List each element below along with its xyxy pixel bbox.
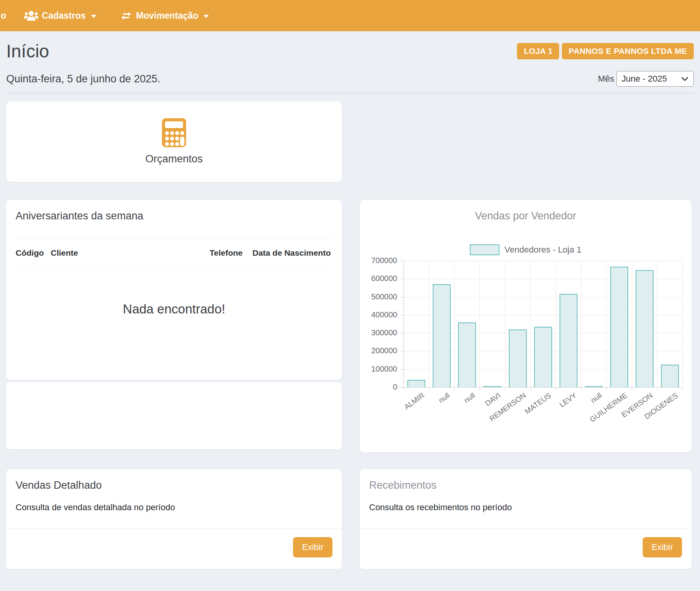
company-button[interactable]: PANNOS E PANNOS LTDA ME (562, 43, 694, 59)
month-select[interactable]: June - 2025 (616, 71, 694, 87)
column-header-cliente: Cliente (51, 238, 210, 264)
gridline-horizontal (403, 387, 682, 388)
current-date-text: Quinta-feira, 5 de junho de 2025. (6, 73, 160, 85)
x-axis-label: DAVI (455, 391, 502, 428)
nav-item-label: Movimentação (136, 11, 199, 21)
x-axis-tick (657, 387, 657, 390)
chart-title: Vendas por Vendedor (369, 210, 682, 222)
x-axis-tick (556, 387, 556, 390)
vendas-detalhado-description: Consulta de vendas detalhada no período (16, 502, 332, 513)
y-axis-tick (400, 369, 403, 370)
orcamentos-label: Orçamentos (145, 153, 203, 165)
y-axis-label: 400000 (362, 310, 397, 319)
y-axis-tick (400, 297, 403, 297)
chevron-down-icon (681, 77, 689, 81)
chart-bar (661, 365, 679, 387)
gridline-vertical (403, 261, 404, 387)
nav-item-movimentacao[interactable]: Movimentação (120, 11, 209, 21)
y-axis-label: 700000 (362, 256, 397, 265)
x-axis-label: null (557, 391, 604, 428)
vendas-detalhado-exibir-button[interactable]: Exibir (293, 537, 332, 557)
y-axis-tick (400, 279, 403, 279)
chart-bar (458, 322, 476, 387)
gridline-horizontal (403, 261, 682, 261)
column-header-codigo: Código (16, 238, 51, 264)
divider (360, 528, 691, 529)
y-axis-label: 300000 (362, 328, 397, 337)
gridline-vertical (606, 261, 607, 387)
x-axis-tick (480, 387, 480, 390)
calculator-icon (162, 118, 186, 147)
x-axis-label: ALMIR (379, 391, 426, 428)
x-axis-tick (403, 387, 404, 390)
x-axis-label: LEVY (531, 391, 578, 428)
x-axis-tick (429, 387, 429, 390)
chart-bar (509, 329, 527, 387)
recebimentos-title: Recebimentos (369, 479, 682, 491)
legend-swatch (470, 244, 499, 255)
birthdays-title: Aniversariantes da semana (16, 210, 332, 222)
y-axis-tick (400, 261, 403, 261)
divider (6, 528, 342, 529)
middle-row: Aniversariantes da semana Código Cliente… (6, 200, 694, 452)
birthdays-column: Aniversariantes da semana Código Cliente… (6, 200, 342, 449)
nav-item-cadastros[interactable]: Cadastros (24, 10, 96, 21)
chart-bar (407, 380, 425, 387)
chart-plot: 0100000200000300000400000500000600000700… (403, 261, 682, 387)
chart-bar (636, 270, 654, 387)
header-row: Início LOJA 1 PANNOS E PANNOS LTDA ME (6, 41, 694, 62)
exchange-arrows-icon (120, 11, 133, 21)
chart-bar (534, 327, 552, 387)
x-axis-tick (581, 387, 581, 390)
store-button[interactable]: LOJA 1 (517, 43, 559, 59)
vendas-detalhado-card: Vendas Detalhado Consulta de vendas deta… (6, 469, 342, 569)
empty-table-message: Nada encontrado! (16, 302, 332, 317)
month-select-value: June - 2025 (622, 74, 667, 84)
column-header-nascimento: Data de Nascimento (252, 238, 332, 264)
recebimentos-exibir-button[interactable]: Exibir (643, 537, 682, 557)
chart-bar (560, 294, 577, 387)
nav-item-label: Cadastros (42, 11, 85, 21)
users-icon (24, 10, 38, 21)
y-axis-label: 600000 (362, 274, 397, 283)
y-axis-tick (400, 351, 403, 351)
x-axis-tick (505, 387, 505, 390)
x-axis-label: EVERSON (608, 391, 654, 428)
empty-panel (6, 382, 342, 449)
table-header-row: Código Cliente Telefone Data de Nascimen… (16, 238, 332, 264)
x-axis-label: GUILHERME (582, 391, 629, 428)
bottom-row: Vendas Detalhado Consulta de vendas deta… (6, 469, 694, 569)
caret-down-icon (203, 15, 209, 18)
y-axis-tick (400, 333, 403, 333)
x-axis-tick (606, 387, 607, 390)
recebimentos-description: Consulta os recebimentos no período (369, 502, 682, 513)
gridline-vertical (505, 261, 505, 387)
gridline-vertical (454, 261, 455, 387)
x-axis-label: MATEUS (506, 391, 553, 428)
y-axis-tick (400, 387, 403, 388)
chart-legend: Vendedores - Loja 1 (360, 244, 691, 255)
x-axis-label: null (430, 391, 477, 428)
y-axis-label: 500000 (362, 292, 397, 301)
month-label: Mês (598, 74, 614, 84)
sales-chart-card: Vendas por Vendedor Vendedores - Loja 1 … (360, 200, 691, 452)
orcamentos-shortcut-card[interactable]: Orçamentos (6, 101, 342, 182)
birthdays-table: Código Cliente Telefone Data de Nascimen… (16, 238, 332, 264)
page-content: Início LOJA 1 PANNOS E PANNOS LTDA ME Qu… (0, 41, 700, 569)
x-axis-tick (632, 387, 632, 390)
birthdays-card: Aniversariantes da semana Código Cliente… (6, 200, 342, 380)
x-axis-tick (682, 387, 683, 390)
gridline-vertical (657, 261, 657, 387)
y-axis-label: 200000 (362, 346, 397, 355)
top-navbar: o Cadastros Movimentação (0, 0, 700, 31)
x-axis-tick (530, 387, 531, 390)
caret-down-icon (91, 15, 96, 18)
x-axis-tick (454, 387, 455, 390)
header-buttons: LOJA 1 PANNOS E PANNOS LTDA ME (517, 43, 694, 59)
nav-item-partial[interactable]: o (1, 11, 6, 21)
date-row: Quinta-feira, 5 de junho de 2025. Mês Ju… (6, 71, 694, 94)
month-picker: Mês June - 2025 (598, 71, 694, 87)
vendas-detalhado-title: Vendas Detalhado (16, 479, 332, 491)
legend-label: Vendedores - Loja 1 (505, 245, 581, 255)
gridline-vertical (632, 261, 632, 387)
